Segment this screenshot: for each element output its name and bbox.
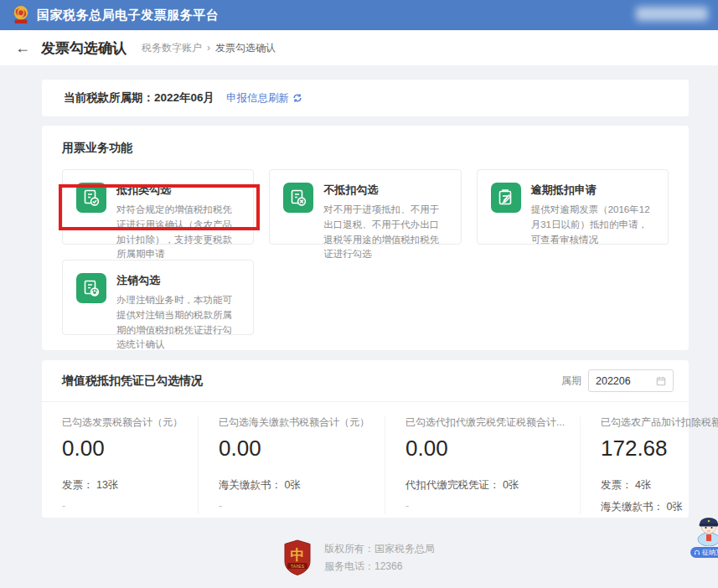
doc-apply-icon — [491, 183, 521, 213]
current-period-value: 2022年06月 — [154, 90, 214, 106]
breadcrumb: 税务数字账户 › 发票勾选确认 — [142, 41, 276, 55]
headset-icon — [694, 549, 700, 556]
mascot-chat-widget[interactable]: 征纳互动 — [690, 514, 718, 558]
stat-label: 已勾选农产品加计扣除税额合计（... — [601, 415, 718, 430]
taxation-emblem-icon — [12, 5, 30, 25]
functions-panel-title: 用票业务功能 — [42, 141, 689, 156]
current-period-label: 当前税款所属期： — [64, 90, 154, 106]
summary-stats: 已勾选发票税额合计（元） 0.00 发票： 13张 - 已勾选海关缴款书税额合计… — [42, 402, 689, 514]
stat-count: 发票： 4张 — [601, 478, 718, 493]
stat-value: 0.00 — [62, 436, 183, 462]
page-title: 发票勾选确认 — [41, 39, 127, 58]
calendar-icon — [656, 376, 666, 386]
refresh-icon — [292, 93, 302, 103]
period-picker: 属期 202206 — [561, 369, 674, 392]
mascot-character-icon — [690, 514, 718, 546]
card-deduction-check[interactable]: 抵扣类勾选 对符合规定的增值税扣税凭证进行用途确认（含农产品加计扣除），支持变更… — [62, 169, 254, 245]
breadcrumb-root[interactable]: 税务数字账户 — [142, 41, 202, 55]
functions-grid: 抵扣类勾选 对符合规定的增值税扣税凭证进行用途确认（含农产品加计扣除），支持变更… — [42, 156, 689, 335]
breadcrumb-separator: › — [207, 42, 210, 54]
stat-extra: - — [405, 500, 565, 512]
stat-extra: - — [62, 500, 183, 512]
card-title: 不抵扣勾选 — [323, 183, 448, 198]
stat-agricultural-deduction: 已勾选农产品加计扣除税额合计（... 172.68 发票： 4张 海关缴款书： … — [580, 415, 718, 514]
stat-value: 0.00 — [405, 436, 565, 462]
stat-count: 代扣代缴完税凭证： 0张 — [405, 478, 565, 493]
card-non-deduction-check[interactable]: 不抵扣勾选 对不用于进项抵扣、不用于出口退税、不用于代办出口退税等用途的增值税扣… — [269, 169, 461, 245]
summary-header: 增值税抵扣凭证已勾选情况 属期 202206 — [42, 360, 689, 402]
period-date-input[interactable]: 202206 — [588, 369, 674, 392]
functions-panel: 用票业务功能 抵扣类勾选 对符合规定的增值税扣税凭证进行用途确认（含农产品加计扣… — [42, 126, 689, 350]
card-desc: 办理注销业务时，本功能可提供对注销当期的税款所属期的增值税扣税凭证进行勾选统计确… — [116, 293, 241, 353]
stat-invoice-tax: 已勾选发票税额合计（元） 0.00 发票： 13张 - — [42, 415, 198, 514]
stat-extra: - — [219, 500, 369, 512]
stat-extra: 海关缴款书： 0张 — [601, 500, 718, 514]
doc-cross-icon — [283, 183, 313, 213]
stat-label: 已勾选发票税额合计（元） — [62, 415, 183, 430]
period-picker-label: 属期 — [561, 374, 581, 388]
card-title: 逾期抵扣申请 — [531, 183, 656, 198]
stat-value: 0.00 — [219, 436, 369, 462]
stat-customs-tax: 已勾选海关缴款书税额合计（元） 0.00 海关缴款书： 0张 - — [198, 415, 385, 514]
footer-phone: 服务电话：12366 — [324, 558, 435, 575]
footer-copyright: 版权所有：国家税务总局 — [324, 540, 435, 558]
app-header: 国家税务总局电子发票服务平台 — [0, 0, 718, 30]
period-input-value: 202206 — [596, 375, 631, 387]
svg-text:TAXES: TAXES — [291, 564, 305, 569]
refresh-declaration-link[interactable]: 申报信息刷新 — [226, 91, 302, 106]
card-cancellation-check[interactable]: 注销勾选 办理注销业务时，本功能可提供对注销当期的税款所属期的增值税扣税凭证进行… — [62, 260, 254, 335]
doc-check-icon — [76, 183, 106, 213]
breadcrumb-current: 发票勾选确认 — [215, 41, 276, 55]
stat-count: 海关缴款书： 0张 — [219, 478, 369, 493]
summary-panel: 增值税抵扣凭证已勾选情况 属期 202206 已勾选发票税额合计（元） 0.00… — [42, 360, 689, 518]
user-account-area — [636, 7, 708, 21]
stat-label: 已勾选海关缴款书税额合计（元） — [219, 415, 369, 430]
current-period-card: 当前税款所属期： 2022年06月 申报信息刷新 — [42, 80, 689, 116]
stat-count: 发票： 13张 — [62, 478, 183, 493]
back-arrow-icon[interactable]: ← — [15, 40, 30, 55]
summary-title: 增值税抵扣凭证已勾选情况 — [62, 374, 203, 389]
doc-power-icon — [76, 273, 106, 303]
card-desc: 对符合规定的增值税扣税凭证进行用途确认（含农产品加计扣除），支持变更税款所属期申… — [116, 203, 241, 262]
card-title: 抵扣类勾选 — [116, 183, 241, 198]
card-title: 注销勾选 — [116, 273, 241, 288]
card-desc: 提供对逾期发票（2016年12月31日以前）抵扣的申请，可查看审核情况 — [531, 203, 656, 247]
mascot-chat-label-text: 征纳互动 — [702, 548, 718, 557]
stat-withholding-tax: 已勾选代扣代缴完税凭证税额合计... 0.00 代扣代缴完税凭证： 0张 - — [385, 415, 580, 514]
page-footer: 中 TAXES 版权所有：国家税务总局 服务电话：12366 — [0, 533, 718, 582]
card-desc: 对不用于进项抵扣、不用于出口退税、不用于代办出口退税等用途的增值税扣税凭证进行勾… — [323, 203, 448, 262]
taxation-badge-icon: 中 TAXES — [283, 539, 312, 575]
breadcrumb-bar: ← 发票勾选确认 税务数字账户 › 发票勾选确认 — [0, 30, 718, 65]
mascot-chat-label[interactable]: 征纳互动 — [690, 547, 718, 558]
svg-text:中: 中 — [291, 547, 305, 563]
stat-label: 已勾选代扣代缴完税凭证税额合计... — [405, 415, 565, 430]
stat-value: 172.68 — [601, 436, 718, 462]
app-title: 国家税务总局电子发票服务平台 — [37, 8, 219, 23]
refresh-link-label: 申报信息刷新 — [226, 91, 289, 106]
card-overdue-deduction-apply[interactable]: 逾期抵扣申请 提供对逾期发票（2016年12月31日以前）抵扣的申请，可查看审核… — [477, 169, 669, 245]
